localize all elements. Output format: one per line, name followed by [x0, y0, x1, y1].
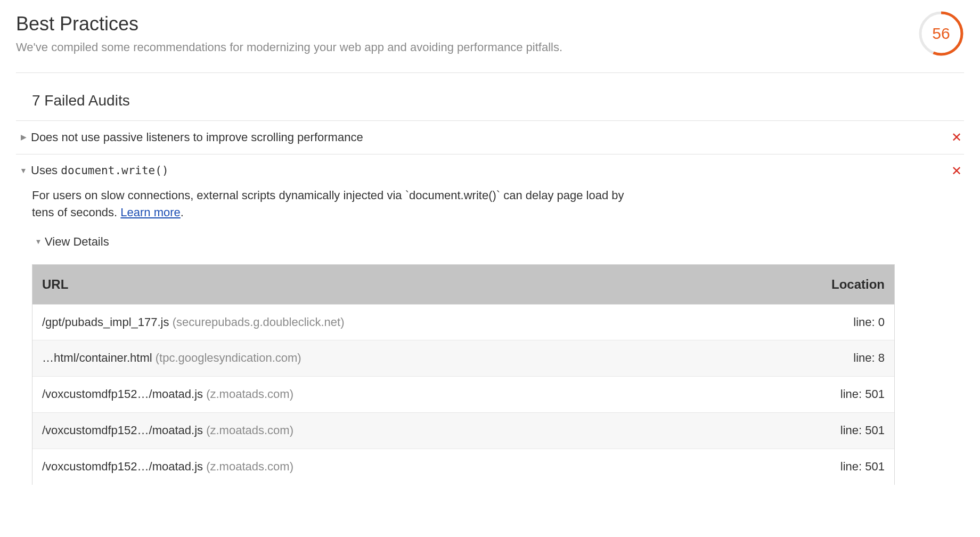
- cell-url: /voxcustomdfp152…/moatad.js (z.moatads.c…: [42, 459, 840, 475]
- score-gauge: 56: [918, 11, 964, 56]
- chevron-right-icon: ▶: [16, 132, 31, 143]
- table-row: /gpt/pubads_impl_177.js (securepubads.g.…: [32, 304, 894, 340]
- learn-more-link[interactable]: Learn more: [120, 206, 181, 219]
- cell-location: line: 501: [840, 422, 885, 439]
- url-path: …html/container.html: [42, 351, 156, 364]
- cell-url: /voxcustomdfp152…/moatad.js (z.moatads.c…: [42, 386, 840, 403]
- table-row: …html/container.html (tpc.googlesyndicat…: [32, 340, 894, 376]
- cell-location: line: 501: [840, 459, 885, 475]
- audit-item: ▶ Does not use passive listeners to impr…: [16, 121, 964, 154]
- audit-title-code: document.write(): [61, 164, 168, 177]
- score-value: 56: [918, 11, 964, 56]
- cell-url: …html/container.html (tpc.googlesyndicat…: [42, 350, 853, 367]
- url-domain: (tpc.googlesyndication.com): [156, 351, 301, 364]
- details-table: URL Location /gpt/pubads_impl_177.js (se…: [32, 264, 895, 485]
- audit-title: Uses document.write(): [31, 162, 949, 179]
- view-details-label: View Details: [45, 234, 109, 250]
- url-path: /gpt/pubads_impl_177.js: [42, 315, 173, 329]
- chevron-down-icon: ▼: [16, 166, 31, 176]
- chevron-down-icon: ▼: [32, 237, 45, 247]
- cell-url: /voxcustomdfp152…/moatad.js (z.moatads.c…: [42, 422, 840, 439]
- category-title: Best Practices: [16, 11, 908, 37]
- url-path: /voxcustomdfp152…/moatad.js: [42, 460, 206, 473]
- audit-title-text: Uses: [31, 164, 61, 177]
- cell-location: line: 0: [853, 314, 885, 331]
- cell-location: line: 501: [840, 386, 885, 403]
- table-row: /voxcustomdfp152…/moatad.js (z.moatads.c…: [32, 376, 894, 412]
- table-row: /voxcustomdfp152…/moatad.js (z.moatads.c…: [32, 449, 894, 485]
- failed-audits-heading: 7 Failed Audits: [16, 84, 964, 121]
- column-header-url: URL: [42, 275, 831, 294]
- view-details-toggle[interactable]: ▼ View Details: [32, 221, 964, 260]
- category-subtitle: We've compiled some recommendations for …: [16, 39, 908, 56]
- url-domain: (z.moatads.com): [206, 424, 293, 437]
- url-path: /voxcustomdfp152…/moatad.js: [42, 424, 206, 437]
- url-path: /voxcustomdfp152…/moatad.js: [42, 387, 206, 401]
- category-header: Best Practices We've compiled some recom…: [16, 11, 964, 73]
- audit-description: For users on slow connections, external …: [32, 187, 628, 221]
- cell-location: line: 8: [853, 350, 885, 367]
- audit-toggle[interactable]: ▶ Does not use passive listeners to impr…: [16, 121, 964, 154]
- audit-title: Does not use passive listeners to improv…: [31, 129, 949, 146]
- url-domain: (securepubads.g.doubleclick.net): [173, 315, 345, 329]
- column-header-location: Location: [831, 275, 885, 294]
- fail-icon: ✕: [949, 128, 964, 147]
- url-domain: (z.moatads.com): [206, 460, 293, 473]
- table-row: /voxcustomdfp152…/moatad.js (z.moatads.c…: [32, 412, 894, 449]
- audit-item: ▼ Uses document.write() ✕ For users on s…: [16, 154, 964, 494]
- cell-url: /gpt/pubads_impl_177.js (securepubads.g.…: [42, 314, 853, 331]
- url-domain: (z.moatads.com): [206, 387, 293, 401]
- table-header-row: URL Location: [32, 265, 894, 304]
- period: .: [181, 206, 184, 219]
- audit-toggle[interactable]: ▼ Uses document.write() ✕: [16, 154, 964, 188]
- fail-icon: ✕: [949, 162, 964, 180]
